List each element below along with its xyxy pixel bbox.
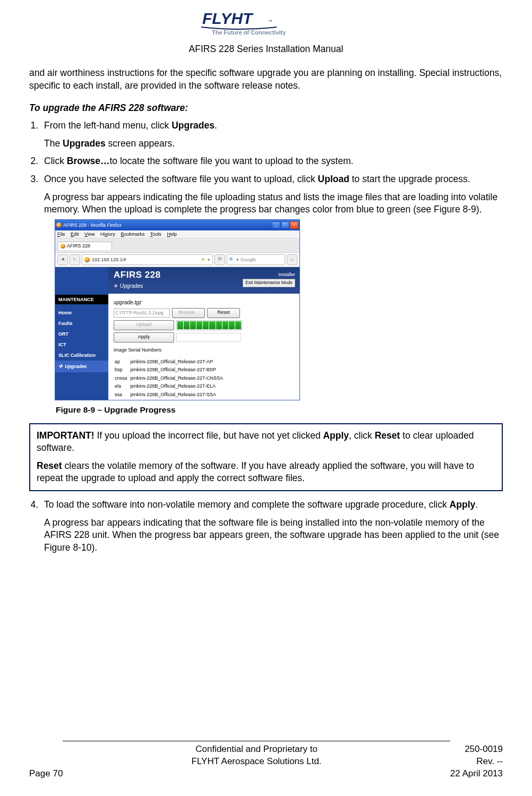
reload-button[interactable]: ⟳ xyxy=(214,254,225,265)
plane-icon: ✈ xyxy=(58,363,63,370)
page-header: FLYHT ™ The Future of Connectivity AFIRS… xyxy=(29,8,503,55)
back-button[interactable]: ◄ xyxy=(57,254,68,265)
bookmark-star-icon[interactable]: ★ xyxy=(201,256,205,263)
app-brand: AFIRS 228 xyxy=(114,269,161,281)
steps-list-cont: To load the software into non-volatile m… xyxy=(41,499,503,554)
tab-favicon-icon xyxy=(61,244,65,249)
important-box: IMPORTANT! If you upload the incorrect f… xyxy=(29,423,503,492)
menu-tools: Tools xyxy=(150,232,161,237)
maximize-button[interactable]: □ xyxy=(281,221,289,229)
sidebar-item-home[interactable]: Home xyxy=(55,307,108,318)
sidebar-item-ort[interactable]: ORT xyxy=(55,329,108,339)
step-3: Once you have selected the software file… xyxy=(41,173,503,416)
logo-text: FLYHT xyxy=(202,10,254,27)
serials-table: apjenkins-228B_Official_Release-227-APbs… xyxy=(114,357,299,400)
exit-maintenance-button[interactable]: Exit Maintenance Mode xyxy=(243,279,295,287)
menu-edit: Edit xyxy=(71,232,79,237)
sidebar-category: MAINTENANCE xyxy=(55,295,108,304)
file-name-label: upgrade.tgz xyxy=(114,299,299,306)
step-1: From the left-hand menu, click Upgrades.… xyxy=(41,119,503,150)
google-icon xyxy=(229,257,235,262)
menu-file: File xyxy=(57,232,65,237)
plane-icon: ✈ xyxy=(114,283,118,290)
figure-caption: Figure 8-9 – Upgrade Progress xyxy=(56,405,503,416)
minimize-button[interactable]: _ xyxy=(272,221,280,229)
breadcrumb-label: Upgrades xyxy=(120,283,143,290)
reset-button[interactable]: Reset xyxy=(207,308,240,318)
page-footer: Page 70 Confidential and Proprietary to … xyxy=(29,741,503,780)
serials-heading: Image Serial Numbers: xyxy=(114,347,299,353)
sidebar-item-ict[interactable]: ICT xyxy=(55,339,108,350)
sidebar-item-upgrades[interactable]: ✈ Upgrades xyxy=(55,361,108,372)
sidebar-item-slic[interactable]: SLIC Calibration xyxy=(55,350,108,361)
footer-page: Page 70 xyxy=(29,741,63,780)
step-4: To load the software into non-volatile m… xyxy=(41,499,503,554)
main-panel: AFIRS 228 ✈ Upgrades Installer Exit Main… xyxy=(108,267,299,400)
menu-bookmarks: Bookmarks xyxy=(121,232,144,237)
apply-progress-bar xyxy=(176,333,241,342)
intro-paragraph: and air worthiness instructions for the … xyxy=(29,67,503,92)
menu-history: History xyxy=(100,232,115,237)
upload-button[interactable]: Upload xyxy=(114,320,174,330)
flyht-logo: FLYHT ™ The Future of Connectivity xyxy=(197,8,335,41)
svg-text:The Future of Connectivity: The Future of Connectivity xyxy=(212,29,286,36)
favicon-icon xyxy=(84,257,90,262)
installer-label: Installer xyxy=(243,271,295,278)
steps-list: From the left-hand menu, click Upgrades.… xyxy=(41,119,503,415)
browser-navbar: ◄ ► 192.168.128.1/# ★ ▾ ⟳ ▾ Google xyxy=(55,253,299,267)
browser-tab[interactable]: AFIRS 228 xyxy=(57,242,112,250)
browser-menubar[interactable]: File Edit View History Bookmarks Tools H… xyxy=(55,230,299,238)
window-titlebar: AFIRS 228 - Mozilla Firefox _ □ × xyxy=(55,220,299,230)
forward-button[interactable]: ► xyxy=(70,254,80,265)
search-box[interactable]: ▾ Google xyxy=(227,254,285,265)
footer-docinfo: 250-0019 Rev. -- 22 April 2013 xyxy=(450,741,503,780)
svg-text:™: ™ xyxy=(269,20,272,23)
figure-screenshot: AFIRS 228 - Mozilla Firefox _ □ × File E… xyxy=(55,219,300,400)
browse-button[interactable]: Browse... xyxy=(172,308,205,318)
window-title: AFIRS 228 - Mozilla Firefox xyxy=(63,222,122,228)
menu-help: Help xyxy=(167,232,177,237)
sidebar-item-faults[interactable]: Faults xyxy=(55,318,108,329)
menu-view: View xyxy=(84,232,95,237)
home-button[interactable]: ⌂ xyxy=(287,254,297,265)
browser-tabrow: AFIRS 228 xyxy=(55,238,299,253)
address-bar[interactable]: 192.168.128.1/# ★ ▾ xyxy=(82,254,213,265)
close-button[interactable]: × xyxy=(290,221,298,229)
firefox-icon xyxy=(56,222,62,228)
upload-progress-bar xyxy=(176,320,242,330)
step-2: Click Browse…to locate the software file… xyxy=(41,155,503,168)
sidebar: MAINTENANCE Home Faults ORT ICT SLIC Cal… xyxy=(55,267,108,400)
footer-confidential: Confidential and Proprietary to FLYHT Ae… xyxy=(63,741,450,780)
file-path-input[interactable]: C:\TFTP-Root\1.3.1\upg xyxy=(114,309,170,318)
apply-button[interactable]: Apply xyxy=(114,332,174,343)
manual-title: AFIRS 228 Series Installation Manual xyxy=(29,43,503,56)
upgrade-subheading: To upgrade the AFIRS 228 software: xyxy=(29,102,503,115)
